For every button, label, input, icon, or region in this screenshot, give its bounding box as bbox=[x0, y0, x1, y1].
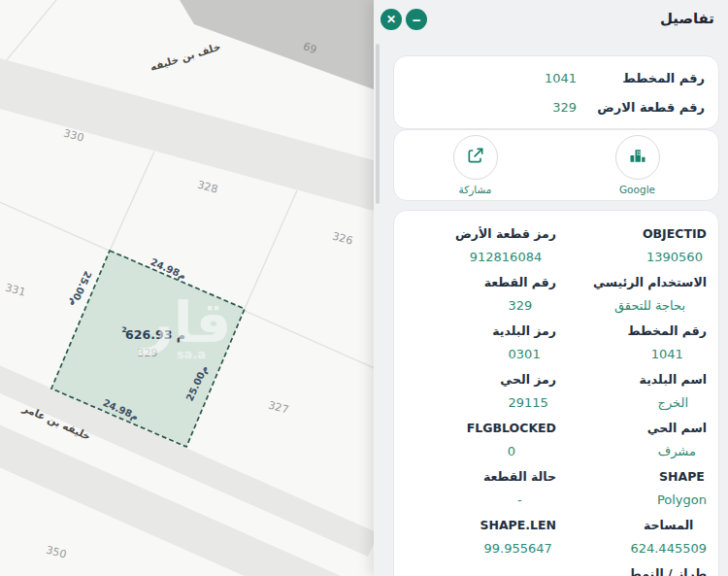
detail-value: 99.955647 bbox=[480, 541, 556, 556]
close-button[interactable]: ✕ bbox=[381, 9, 402, 30]
detail-value: 912816084 bbox=[455, 250, 556, 264]
google-action[interactable]: Google bbox=[615, 135, 660, 195]
detail-label: اسم الحي bbox=[647, 421, 707, 435]
detail-label: رقم القطعة bbox=[484, 275, 556, 289]
detail-cell: الاستخدام الرئيسيبحاجة للتحقق bbox=[593, 275, 707, 323]
detail-cell: OBJECTID1390560 bbox=[643, 226, 707, 275]
share-action[interactable]: مشاركة bbox=[453, 135, 498, 195]
summary-row: رقم المخطط 1041 bbox=[408, 63, 705, 92]
detail-cell: حالة القطعة- bbox=[483, 469, 556, 518]
panel-title: تفاصيل bbox=[660, 10, 714, 27]
detail-cell: SHAPEPolygon bbox=[657, 469, 707, 518]
detail-value: 329 bbox=[484, 298, 556, 313]
action-label: Google bbox=[619, 184, 655, 195]
detail-cell: رقم القطعة329 bbox=[484, 275, 556, 323]
summary-value: 1041 bbox=[545, 71, 577, 85]
detail-cell: طراز / النمط bbox=[629, 566, 707, 576]
detail-value: 1041 bbox=[628, 347, 707, 361]
detail-label: حالة القطعة bbox=[483, 469, 556, 484]
share-icon bbox=[466, 146, 485, 169]
actions-card: Google مشاركة bbox=[393, 129, 719, 201]
detail-value: 624.445509 bbox=[630, 541, 707, 556]
summary-row: رقم قطعة الارض 329 bbox=[408, 92, 705, 121]
detail-cell: رقم المخطط1041 bbox=[628, 323, 707, 372]
detail-value: 29115 bbox=[500, 395, 556, 410]
detail-value: الخرج bbox=[640, 395, 707, 410]
detail-cell: اسم البلديةالخرج bbox=[640, 372, 707, 421]
detail-label: الاستخدام الرئيسي bbox=[593, 275, 707, 289]
detail-label: OBJECTID bbox=[643, 226, 707, 241]
detail-value: - bbox=[483, 492, 556, 507]
detail-cell: SHAPE.LEN99.955647 bbox=[480, 518, 556, 566]
detail-label: المساحة bbox=[630, 518, 707, 532]
buildings-icon bbox=[628, 146, 647, 169]
minimize-button[interactable]: − bbox=[406, 9, 427, 30]
detail-value: Polygon bbox=[657, 492, 707, 507]
detail-label: رمز البلدية bbox=[492, 323, 556, 338]
panel-scrollbar[interactable] bbox=[376, 44, 380, 204]
detail-cell: المساحة624.445509 bbox=[630, 518, 707, 566]
app-window: خلف بن خليفهخليفه بن عامر693303283263313… bbox=[0, 0, 728, 576]
details-card: OBJECTID1390560رمز قطعة الأرض912816084ال… bbox=[393, 210, 719, 576]
detail-value: مشرف bbox=[647, 444, 707, 458]
detail-cell: اسم الحيمشرف bbox=[647, 421, 707, 469]
detail-cell: رمز قطعة الأرض912816084 bbox=[455, 226, 556, 275]
detail-value: 1390560 bbox=[643, 250, 707, 264]
detail-label: رمز قطعة الأرض bbox=[455, 226, 556, 241]
close-icon: ✕ bbox=[386, 13, 396, 26]
detail-label: SHAPE bbox=[657, 469, 707, 484]
map-area[interactable]: خلف بن خليفهخليفه بن عامر693303283263313… bbox=[0, 0, 374, 576]
detail-cell: رمز الحي29115 bbox=[500, 372, 556, 421]
detail-value: 0 bbox=[467, 444, 556, 458]
summary-value: 329 bbox=[552, 100, 577, 115]
detail-label: اسم البلدية bbox=[640, 372, 707, 387]
details-panel: تفاصيل ✕ − رقم المخطط 1041رقم قطعة الارض… bbox=[374, 0, 728, 576]
summary-label: رقم المخطط bbox=[590, 71, 705, 85]
detail-label: رقم المخطط bbox=[628, 323, 707, 338]
action-label: مشاركة bbox=[459, 184, 492, 195]
detail-cell: FLGBLOCKED0 bbox=[467, 421, 556, 469]
detail-label: رمز الحي bbox=[500, 372, 556, 387]
summary-card: رقم المخطط 1041رقم قطعة الارض 329 bbox=[393, 55, 719, 129]
detail-label: طراز / النمط bbox=[629, 566, 707, 576]
minimize-icon: − bbox=[413, 12, 421, 28]
area-sup: 2 bbox=[121, 325, 126, 334]
summary-label: رقم قطعة الارض bbox=[590, 100, 705, 115]
watermark: قار bbox=[138, 289, 231, 356]
detail-label: SHAPE.LEN bbox=[480, 518, 556, 532]
detail-label: FLGBLOCKED bbox=[467, 421, 556, 435]
detail-cell: رمز البلدية0301 bbox=[492, 323, 556, 372]
detail-value: 0301 bbox=[492, 347, 556, 361]
watermark-sub: sa.a bbox=[177, 347, 206, 361]
detail-value: بحاجة للتحقق bbox=[593, 298, 707, 313]
